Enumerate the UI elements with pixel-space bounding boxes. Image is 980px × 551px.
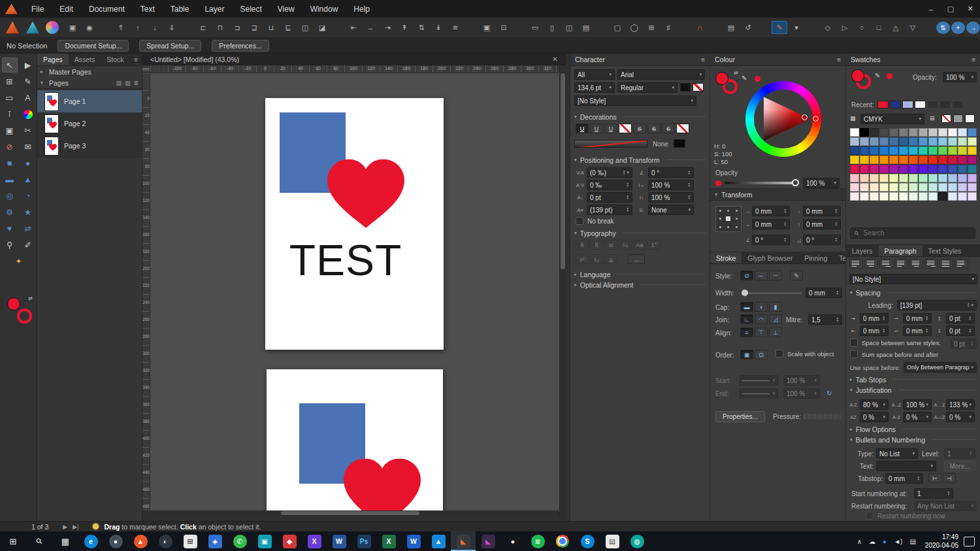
typography-button-7[interactable]: x₂: [590, 254, 603, 264]
stroke-cap-button-1[interactable]: ◖: [755, 302, 768, 312]
tabstop-button-0[interactable]: ⊢: [928, 473, 941, 483]
search-input[interactable]: [862, 229, 971, 237]
swatch-cell[interactable]: [860, 156, 869, 164]
frame-text-tool[interactable]: ▭: [2, 90, 18, 105]
swatch-cell[interactable]: [889, 192, 898, 201]
menu-file[interactable]: File: [24, 0, 52, 18]
canvas[interactable]: TEST: [150, 73, 559, 510]
swatch-cell[interactable]: [899, 174, 908, 182]
swatch-cell[interactable]: [948, 192, 957, 201]
stroke-style-button-0[interactable]: ⊘: [740, 271, 753, 280]
tab-assets[interactable]: Assets: [69, 54, 101, 65]
mitre-field[interactable]: 1,5: [808, 314, 842, 325]
swatch-cell[interactable]: [899, 192, 908, 201]
panel-tab-layers[interactable]: Layers: [846, 245, 879, 256]
swatch-cell[interactable]: [938, 174, 947, 182]
swatch-cell[interactable]: [938, 165, 947, 173]
table-tool[interactable]: ⊞: [2, 74, 18, 89]
menu-select[interactable]: Select: [232, 0, 269, 18]
swatch-cell[interactable]: [879, 165, 889, 173]
swatch-cell[interactable]: [870, 165, 879, 173]
wrap-settings-icon[interactable]: ▤: [578, 21, 594, 34]
taskbar-affinity-publisher-icon[interactable]: ◣: [451, 531, 476, 551]
swatch-cell[interactable]: [928, 128, 938, 137]
spinner[interactable]: [835, 222, 838, 227]
swatch-cell[interactable]: [879, 137, 889, 146]
node-down-icon[interactable]: ▽: [905, 21, 921, 34]
tab-pages[interactable]: Pages: [37, 54, 69, 65]
recent-swatch[interactable]: [890, 101, 901, 109]
no-break-checkbox[interactable]: No break: [576, 217, 614, 225]
stroke-tab-pinning[interactable]: Pinning: [798, 252, 833, 263]
align-middle-icon[interactable]: ⊔: [263, 21, 279, 34]
text-wrap-icon[interactable]: ◫: [561, 21, 577, 34]
taskbar-app-icon-8[interactable]: ▲: [426, 531, 451, 551]
swatch-cell[interactable]: [860, 183, 869, 192]
tray-chevron-icon[interactable]: ∧: [857, 538, 862, 545]
pages-row[interactable]: ▾ Pages ▤▥≣: [37, 77, 142, 88]
taskbar-whatsapp-icon[interactable]: ✆: [227, 531, 252, 551]
min-word-spacing-field[interactable]: 80 %: [860, 399, 889, 410]
tray-cloud-icon[interactable]: ☁: [869, 538, 875, 545]
triangle-tool[interactable]: ▲: [20, 172, 36, 187]
paragraph-justify-left-button[interactable]: [894, 259, 908, 269]
preview-mode-icon[interactable]: ◯: [627, 21, 642, 34]
swap-ends-icon[interactable]: ↻: [826, 390, 832, 397]
pages-panel-menu-icon[interactable]: ≡: [130, 54, 142, 65]
stroke-width-slider[interactable]: [742, 292, 802, 294]
swatch-cell[interactable]: [850, 156, 859, 164]
stroke-order-button-1[interactable]: ⊡: [755, 350, 768, 359]
taskbar-app-icon-4[interactable]: ▣: [252, 531, 277, 551]
menu-view[interactable]: View: [270, 0, 302, 18]
window-close-button[interactable]: ✕: [960, 0, 980, 18]
positioning-section[interactable]: Positioning and Transform: [574, 156, 706, 164]
vector-brush-tool[interactable]: ✎: [20, 74, 36, 89]
typography-button-0[interactable]: ﬁ: [576, 240, 589, 250]
flow-options-section[interactable]: Flow Options: [850, 425, 976, 433]
spinner[interactable]: [627, 182, 629, 188]
auto-flow-icon[interactable]: ≋: [448, 21, 463, 34]
stroke-join-button-0[interactable]: ∟: [740, 314, 753, 324]
swatch-cell[interactable]: [919, 183, 928, 192]
menu-table[interactable]: Table: [163, 0, 197, 18]
swatch-cell[interactable]: [928, 137, 938, 146]
opacity-value-field[interactable]: 100 %: [803, 178, 840, 188]
decoration-stroke-preview[interactable]: [574, 140, 647, 148]
swatch-cell[interactable]: [860, 137, 869, 146]
checkbox[interactable]: [576, 217, 583, 225]
stroke-align-button-2[interactable]: ⊥: [769, 327, 782, 337]
font-size-field[interactable]: 134,6 pt: [574, 82, 615, 93]
taskbar-app-icon-2[interactable]: ◐: [153, 531, 178, 551]
swatch-cell[interactable]: [948, 146, 957, 155]
swatch-cell[interactable]: [860, 165, 869, 173]
space-between-same-styles-checkbox[interactable]: Space between same styles:: [850, 339, 941, 346]
publisher-persona[interactable]: [5, 21, 20, 34]
align-centre-icon[interactable]: ⊓: [212, 21, 228, 34]
spacing-select[interactable]: None: [648, 205, 694, 215]
link-text-icon[interactable]: ▭: [527, 21, 543, 34]
swatch-cell[interactable]: [889, 156, 898, 164]
typography-section[interactable]: Typography: [574, 229, 706, 237]
paragraph-align-left-button[interactable]: [849, 259, 863, 269]
sum-space-checkbox[interactable]: Sum space before and after: [850, 350, 938, 358]
node-circle-icon[interactable]: ○: [854, 21, 870, 34]
spinner[interactable]: [627, 207, 629, 213]
colour-swatch-icon[interactable]: ◉: [82, 21, 97, 34]
spinner[interactable]: [883, 328, 885, 334]
swatch-cell[interactable]: [938, 137, 947, 146]
swatch-cell[interactable]: [958, 156, 967, 164]
donut-tool[interactable]: ◎: [2, 188, 18, 203]
swatch-search[interactable]: ⚲: [850, 227, 975, 239]
taskbar-notepad-icon[interactable]: ▤: [600, 531, 625, 551]
panel-tab-text-styles[interactable]: Text Styles: [923, 245, 968, 256]
palette-select[interactable]: CMYK: [860, 114, 924, 124]
swatch-cell[interactable]: [948, 174, 957, 182]
swatch-cell[interactable]: [879, 156, 889, 164]
page-list-item[interactable]: Page 3: [37, 135, 142, 157]
page1-text[interactable]: TEST: [270, 239, 421, 282]
panel-tab-paragraph[interactable]: Paragraph: [879, 245, 923, 256]
spinner[interactable]: [926, 328, 928, 334]
zoom-tool[interactable]: ⚲: [2, 237, 18, 252]
pencil-tool-icon[interactable]: ✎: [772, 21, 787, 34]
spinner[interactable]: [967, 303, 970, 309]
